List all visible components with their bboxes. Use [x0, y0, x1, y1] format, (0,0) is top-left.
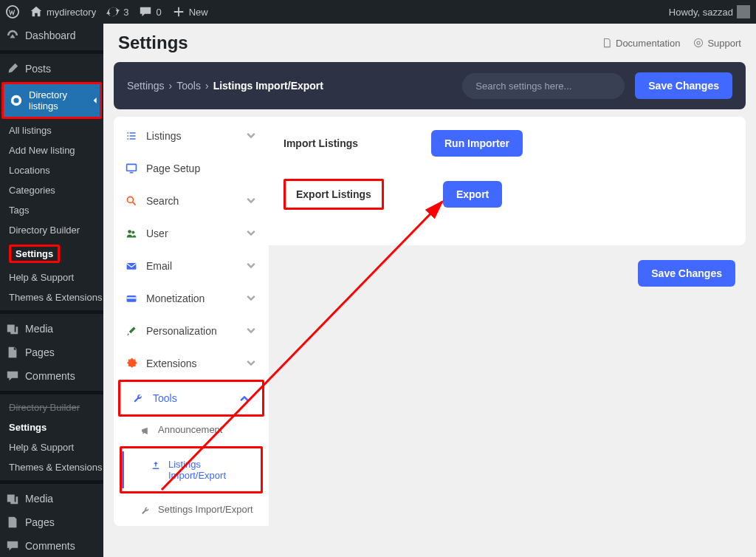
svg-rect-6	[127, 164, 137, 171]
run-importer-button[interactable]: Run Importer	[431, 130, 523, 157]
search-input[interactable]: Search settings here...	[462, 73, 625, 99]
howdy[interactable]: Howdy, sazzad	[669, 5, 750, 18]
settings-nav-tools-announcement[interactable]: Announcement	[114, 417, 269, 443]
submenu-locations[interactable]: Locations	[0, 160, 103, 180]
updates[interactable]: 3	[106, 5, 128, 18]
menu-posts-label: Posts	[25, 63, 51, 75]
submenu-settings-dup[interactable]: Settings	[0, 417, 103, 437]
svg-point-4	[695, 38, 703, 47]
menu-directory-listings[interactable]: Directory listings	[4, 84, 100, 117]
svg-rect-10	[127, 263, 137, 270]
menu-media-label: Media	[25, 323, 53, 335]
settings-topbar: Settings› Tools› Listings Import/Export …	[114, 62, 746, 109]
separator	[0, 310, 103, 314]
save-changes-button-footer[interactable]: Save Changes	[638, 260, 735, 287]
submenu-all-listings[interactable]: All listings	[0, 120, 103, 140]
submenu-tags[interactable]: Tags	[0, 200, 103, 220]
menu-comments-label: Comments	[25, 370, 75, 382]
submenu-directory-builder-dup[interactable]: Directory Builder	[0, 397, 103, 417]
submenu-categories[interactable]: Categories	[0, 180, 103, 200]
separator	[0, 391, 103, 394]
settings-nav-email[interactable]: Email	[114, 250, 269, 282]
avatar	[737, 5, 750, 18]
submenu-directory-builder[interactable]: Directory Builder	[0, 220, 103, 240]
new-label: New	[189, 7, 208, 18]
comments-bar[interactable]: 0	[139, 5, 161, 18]
documentation-link[interactable]: Documentation	[602, 38, 680, 49]
settings-nav-user[interactable]: User	[114, 217, 269, 250]
comments-count: 0	[156, 7, 161, 18]
submenu-help-support[interactable]: Help & Support	[0, 267, 103, 287]
import-listings-label: Import Listings	[284, 137, 431, 149]
svg-point-7	[127, 197, 133, 202]
menu-directory-label: Directory listings	[29, 89, 86, 112]
menu-dashboard[interactable]: Dashboard	[0, 24, 103, 47]
svg-point-9	[131, 230, 134, 233]
settings-nav-monetization[interactable]: Monetization	[114, 282, 269, 315]
wp-admin-bar: mydirectory 3 0 New Howdy, sazzad	[0, 0, 756, 24]
updates-count: 3	[123, 7, 128, 18]
settings-nav-personalization[interactable]: Personalization	[114, 315, 269, 347]
menu-dashboard-label: Dashboard	[25, 30, 76, 41]
wp-logo[interactable]	[6, 5, 19, 18]
settings-nav-tools[interactable]: Tools	[120, 382, 262, 414]
menu-media-2[interactable]: Media	[0, 487, 103, 510]
page-title: Settings	[118, 33, 188, 53]
admin-menu: Dashboard Posts Directory listings All l…	[0, 24, 103, 557]
menu-comments[interactable]: Comments	[0, 364, 103, 388]
settings-nav: ListingsPage SetupSearchUserEmailMonetiz…	[114, 117, 269, 526]
svg-point-2	[13, 98, 18, 103]
export-listings-label: Export Listings	[284, 179, 384, 210]
site-name-text: mydirectory	[47, 7, 96, 18]
crumb-current: Listings Import/Export	[213, 80, 323, 92]
save-changes-button[interactable]: Save Changes	[635, 72, 732, 99]
settings-nav-extensions[interactable]: Extensions	[114, 347, 269, 380]
settings-nav-search[interactable]: Search	[114, 185, 269, 217]
submenu-help-dup[interactable]: Help & Support	[0, 437, 103, 457]
site-name[interactable]: mydirectory	[30, 5, 96, 18]
new-content[interactable]: New	[172, 5, 208, 18]
crumb-settings[interactable]: Settings	[127, 80, 165, 92]
svg-point-8	[128, 230, 131, 233]
submenu-themes-extensions[interactable]: Themes & Extensions	[0, 287, 103, 307]
settings-nav-tools-listings-import-export[interactable]: Listings Import/Export	[122, 451, 261, 488]
main-content: Settings Documentation Support Settings›…	[103, 24, 756, 557]
crumb-tools[interactable]: Tools	[176, 80, 201, 92]
menu-pages-label: Pages	[25, 346, 55, 358]
menu-comments-2[interactable]: Comments	[0, 534, 103, 557]
settings-nav-listings[interactable]: Listings	[114, 120, 269, 152]
settings-card: Import Listings Run Importer Export List…	[269, 117, 746, 245]
separator	[0, 480, 103, 484]
menu-media[interactable]: Media	[0, 317, 103, 341]
submenu-settings[interactable]: Settings	[0, 240, 103, 267]
settings-nav-tools-settings-import-export[interactable]: Settings Import/Export	[114, 496, 269, 523]
export-button[interactable]: Export	[443, 181, 502, 208]
separator	[0, 50, 103, 54]
support-link[interactable]: Support	[693, 38, 741, 49]
submenu-themes-dup[interactable]: Themes & Extensions	[0, 457, 103, 477]
settings-nav-page-setup[interactable]: Page Setup	[114, 152, 269, 185]
menu-posts[interactable]: Posts	[0, 57, 103, 81]
menu-pages-2[interactable]: Pages	[0, 510, 103, 534]
howdy-text: Howdy, sazzad	[669, 7, 733, 18]
breadcrumb: Settings› Tools› Listings Import/Export	[127, 80, 452, 92]
svg-rect-12	[127, 297, 137, 298]
svg-point-5	[697, 41, 700, 44]
menu-pages[interactable]: Pages	[0, 341, 103, 364]
submenu-add-new-listing[interactable]: Add New listing	[0, 140, 103, 160]
